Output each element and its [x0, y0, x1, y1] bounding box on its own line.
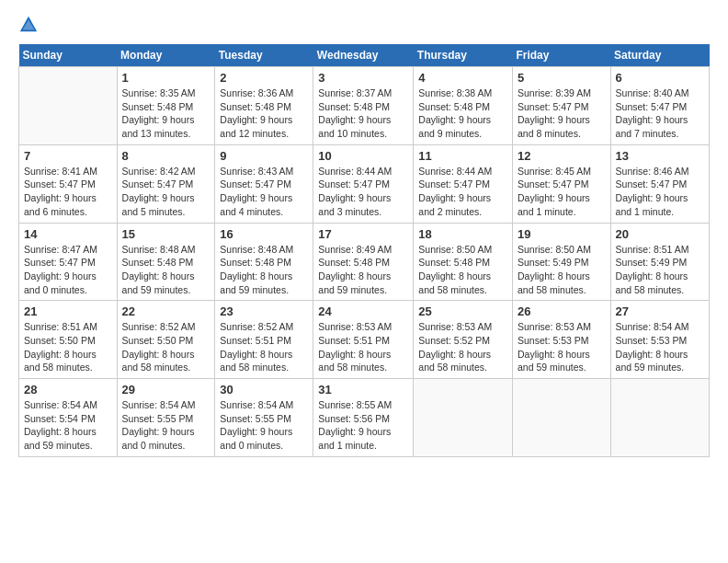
day-number: 9 [220, 149, 308, 163]
day-cell: 23Sunrise: 8:52 AMSunset: 5:51 PMDayligh… [215, 301, 313, 379]
daylight: Daylight: 9 hours and 8 minutes. [518, 114, 590, 139]
sunset: Sunset: 5:55 PM [122, 413, 194, 424]
sunrise: Sunrise: 8:52 AM [220, 321, 293, 332]
sunset: Sunset: 5:48 PM [220, 257, 291, 268]
col-header-thursday: Thursday [414, 44, 513, 67]
sunset: Sunset: 5:51 PM [220, 335, 291, 346]
sunrise: Sunrise: 8:42 AM [122, 166, 196, 177]
week-row-2: 7Sunrise: 8:41 AMSunset: 5:47 PMDaylight… [19, 144, 710, 223]
daylight: Daylight: 8 hours and 58 minutes. [24, 349, 97, 373]
day-number: 11 [418, 149, 507, 163]
daylight: Daylight: 9 hours and 7 minutes. [616, 114, 688, 139]
daylight: Daylight: 9 hours and 1 minute. [518, 192, 590, 217]
daylight: Daylight: 8 hours and 58 minutes. [122, 349, 195, 373]
day-cell: 20Sunrise: 8:51 AMSunset: 5:49 PMDayligh… [610, 223, 709, 301]
day-info: Sunrise: 8:54 AMSunset: 5:55 PMDaylight:… [220, 398, 308, 453]
sunrise: Sunrise: 8:40 AM [616, 87, 689, 98]
sunset: Sunset: 5:53 PM [518, 335, 589, 346]
day-cell: 26Sunrise: 8:53 AMSunset: 5:53 PMDayligh… [512, 301, 610, 379]
sunrise: Sunrise: 8:54 AM [616, 321, 689, 332]
sunrise: Sunrise: 8:54 AM [122, 399, 196, 410]
sunrise: Sunrise: 8:39 AM [518, 87, 591, 98]
day-number: 12 [518, 149, 606, 163]
daylight: Daylight: 8 hours and 58 minutes. [220, 349, 292, 373]
day-number: 2 [220, 71, 308, 85]
sunset: Sunset: 5:48 PM [122, 257, 194, 268]
day-number: 17 [318, 227, 408, 241]
sunset: Sunset: 5:47 PM [616, 178, 688, 190]
day-info: Sunrise: 8:53 AMSunset: 5:51 PMDaylight:… [318, 320, 408, 374]
day-number: 21 [24, 304, 112, 318]
logo-icon [18, 15, 39, 35]
day-info: Sunrise: 8:53 AMSunset: 5:53 PMDaylight:… [518, 320, 606, 374]
daylight: Daylight: 8 hours and 58 minutes. [616, 270, 688, 295]
day-number: 29 [122, 383, 210, 396]
day-cell [512, 379, 610, 457]
day-info: Sunrise: 8:54 AMSunset: 5:54 PMDaylight:… [24, 398, 112, 453]
day-cell: 7Sunrise: 8:41 AMSunset: 5:47 PMDaylight… [19, 144, 118, 223]
day-cell: 22Sunrise: 8:52 AMSunset: 5:50 PMDayligh… [117, 301, 215, 379]
sunrise: Sunrise: 8:52 AM [122, 321, 196, 332]
daylight: Daylight: 9 hours and 3 minutes. [318, 192, 391, 217]
sunrise: Sunrise: 8:54 AM [220, 399, 293, 410]
day-number: 27 [616, 304, 704, 318]
daylight: Daylight: 9 hours and 9 minutes. [418, 114, 491, 139]
day-number: 10 [318, 149, 408, 163]
day-cell: 14Sunrise: 8:47 AMSunset: 5:47 PMDayligh… [19, 223, 118, 301]
day-number: 3 [318, 71, 408, 85]
day-number: 30 [220, 383, 308, 396]
sunset: Sunset: 5:47 PM [518, 101, 589, 112]
day-number: 16 [220, 227, 308, 241]
header-row: SundayMondayTuesdayWednesdayThursdayFrid… [19, 44, 710, 67]
sunrise: Sunrise: 8:37 AM [318, 87, 392, 98]
day-cell: 19Sunrise: 8:50 AMSunset: 5:49 PMDayligh… [512, 223, 610, 301]
week-row-5: 28Sunrise: 8:54 AMSunset: 5:54 PMDayligh… [19, 379, 710, 457]
day-info: Sunrise: 8:38 AMSunset: 5:48 PMDaylight:… [418, 86, 507, 141]
day-number: 8 [122, 149, 210, 163]
day-number: 28 [24, 383, 112, 396]
calendar-table: SundayMondayTuesdayWednesdayThursdayFrid… [18, 44, 710, 457]
day-cell: 9Sunrise: 8:43 AMSunset: 5:47 PMDaylight… [215, 144, 313, 223]
week-row-3: 14Sunrise: 8:47 AMSunset: 5:47 PMDayligh… [19, 223, 710, 301]
day-cell: 4Sunrise: 8:38 AMSunset: 5:48 PMDaylight… [414, 67, 513, 145]
daylight: Daylight: 8 hours and 59 minutes. [122, 270, 195, 295]
daylight: Daylight: 9 hours and 13 minutes. [122, 114, 195, 139]
sunrise: Sunrise: 8:36 AM [220, 87, 293, 98]
col-header-tuesday: Tuesday [215, 44, 313, 67]
sunset: Sunset: 5:48 PM [318, 101, 390, 112]
day-cell: 25Sunrise: 8:53 AMSunset: 5:52 PMDayligh… [414, 301, 513, 379]
sunset: Sunset: 5:47 PM [220, 178, 291, 190]
day-number: 4 [418, 71, 507, 85]
sunset: Sunset: 5:47 PM [122, 178, 194, 190]
sunrise: Sunrise: 8:50 AM [518, 244, 591, 255]
daylight: Daylight: 8 hours and 59 minutes. [318, 270, 391, 295]
daylight: Daylight: 9 hours and 0 minutes. [122, 426, 195, 451]
sunrise: Sunrise: 8:35 AM [122, 87, 196, 98]
sunrise: Sunrise: 8:51 AM [24, 321, 97, 332]
daylight: Daylight: 8 hours and 58 minutes. [418, 270, 491, 295]
daylight: Daylight: 9 hours and 0 minutes. [24, 270, 97, 295]
day-number: 1 [122, 71, 210, 85]
day-cell: 8Sunrise: 8:42 AMSunset: 5:47 PMDaylight… [117, 144, 215, 223]
day-info: Sunrise: 8:50 AMSunset: 5:48 PMDaylight:… [418, 243, 507, 297]
sunrise: Sunrise: 8:48 AM [122, 244, 196, 255]
col-header-wednesday: Wednesday [313, 44, 414, 67]
sunrise: Sunrise: 8:48 AM [220, 244, 293, 255]
day-number: 20 [616, 227, 704, 241]
sunrise: Sunrise: 8:55 AM [318, 399, 392, 410]
sunrise: Sunrise: 8:44 AM [318, 166, 392, 177]
sunset: Sunset: 5:53 PM [616, 335, 688, 346]
day-cell: 18Sunrise: 8:50 AMSunset: 5:48 PMDayligh… [414, 223, 513, 301]
day-cell: 3Sunrise: 8:37 AMSunset: 5:48 PMDaylight… [313, 67, 414, 145]
header [18, 15, 710, 35]
day-number: 15 [122, 227, 210, 241]
day-info: Sunrise: 8:54 AMSunset: 5:55 PMDaylight:… [122, 398, 210, 453]
day-cell [414, 379, 513, 457]
daylight: Daylight: 8 hours and 58 minutes. [518, 270, 590, 295]
day-cell: 13Sunrise: 8:46 AMSunset: 5:47 PMDayligh… [610, 144, 709, 223]
sunset: Sunset: 5:55 PM [220, 413, 291, 424]
sunset: Sunset: 5:50 PM [122, 335, 194, 346]
sunset: Sunset: 5:48 PM [418, 257, 490, 268]
sunset: Sunset: 5:47 PM [616, 101, 688, 112]
day-number: 14 [24, 227, 112, 241]
